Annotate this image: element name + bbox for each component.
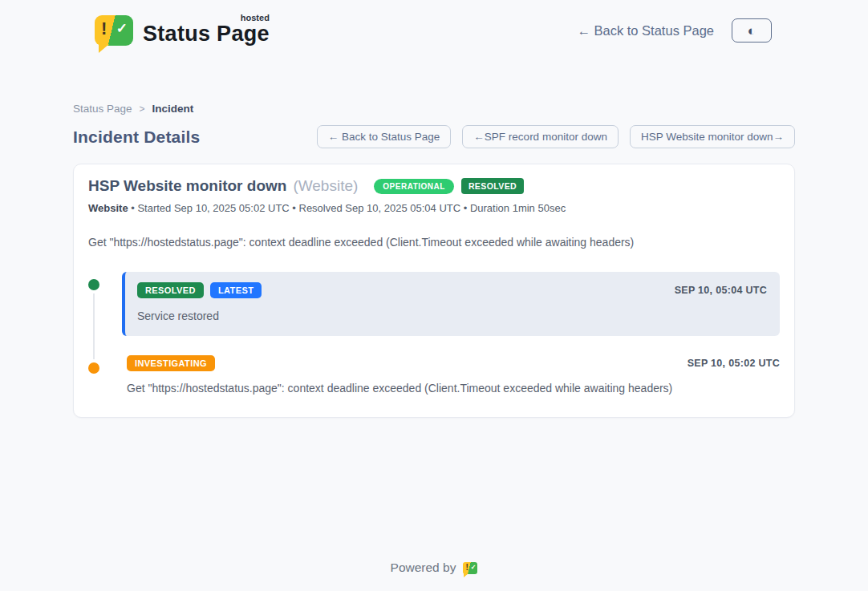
breadcrumb: Status Page > Incident	[73, 103, 795, 115]
checkmark-icon: ✓	[116, 20, 128, 37]
incident-meta-component: Website	[88, 202, 128, 214]
incident-description: Get "https://hostedstatus.page": context…	[88, 236, 780, 249]
incident-card: HSP Website monitor down (Website) OPERA…	[73, 164, 795, 418]
breadcrumb-incident: Incident	[152, 103, 194, 115]
header: ! ✓ Status Page hosted ← Back to Status …	[0, 0, 868, 61]
status-badge-investigating: INVESTIGATING	[127, 355, 215, 371]
status-bubble-icon: ! ✓	[95, 15, 133, 46]
exclamation-icon: !	[465, 563, 468, 572]
back-to-status-page-link[interactable]: ← Back to Status Page	[577, 23, 714, 38]
timeline-message: Get "https://hostedstatus.page": context…	[127, 382, 780, 395]
incident-meta: Website • Started Sep 10, 2025 05:02 UTC…	[88, 202, 780, 214]
timeline-timestamp: SEP 10, 05:04 UTC	[675, 285, 767, 296]
status-badge-resolved: RESOLVED	[137, 282, 204, 298]
prev-incident-button[interactable]: ←SPF record monitor down	[462, 125, 619, 148]
breadcrumb-separator: >	[140, 103, 145, 115]
next-incident-button[interactable]: HSP Website monitor down→	[630, 125, 795, 148]
incident-component: (Website)	[293, 177, 358, 195]
contrast-icon: ◐	[748, 24, 756, 38]
timeline-timestamp: SEP 10, 05:02 UTC	[688, 358, 780, 369]
checkmark-icon: ✓	[471, 564, 477, 571]
resolved-badge: RESOLVED	[461, 178, 524, 194]
incident-title: HSP Website monitor down	[88, 177, 286, 195]
theme-toggle-button[interactable]: ◐	[732, 18, 772, 43]
footer: Powered by ! ✓ © 2025-10-08 14:10:34.772…	[0, 561, 868, 591]
timeline-message: Service restored	[137, 310, 767, 322]
main-content: Status Page > Incident Incident Details …	[73, 103, 795, 418]
status-page-mini-logo-icon: ! ✓	[463, 562, 477, 574]
back-to-status-page-button[interactable]: ← Back to Status Page	[317, 125, 452, 148]
exclamation-icon: !	[101, 18, 107, 39]
incident-timeline: RESOLVED LATEST SEP 10, 05:04 UTC Servic…	[88, 272, 780, 395]
incident-nav: ← Back to Status Page ←SPF record monito…	[317, 125, 795, 148]
latest-badge: LATEST	[210, 282, 262, 298]
breadcrumb-status-page[interactable]: Status Page	[73, 103, 132, 115]
brand-logo[interactable]: ! ✓ Status Page hosted	[95, 15, 270, 47]
timeline-dot-green	[88, 279, 99, 290]
incident-meta-dates: • Started Sep 10, 2025 05:02 UTC • Resol…	[128, 202, 566, 214]
brand-name: Status Page	[143, 22, 270, 46]
page-title: Incident Details	[73, 128, 200, 147]
timeline-entry-resolved: RESOLVED LATEST SEP 10, 05:04 UTC Servic…	[88, 272, 780, 336]
powered-by-link[interactable]: Powered by ! ✓	[391, 561, 478, 575]
powered-by-label: Powered by	[391, 561, 456, 575]
operational-badge: OPERATIONAL	[374, 179, 454, 194]
brand-superscript: hosted	[241, 13, 270, 22]
timeline-dot-orange	[88, 362, 99, 374]
timeline-entry-investigating: INVESTIGATING SEP 10, 05:02 UTC Get "htt…	[88, 355, 780, 395]
